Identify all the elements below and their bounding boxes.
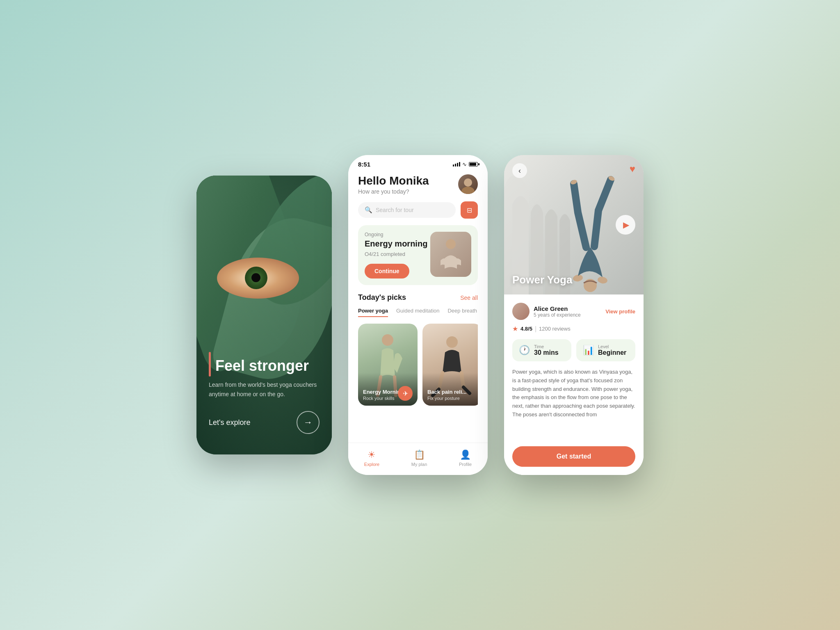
picks-grid: Energy Morning Rock your skills ✈ (358, 324, 478, 406)
bottom-nav: ☀ Explore 📋 My plan 👤 Profile (348, 443, 488, 475)
svg-point-3 (382, 334, 393, 346)
paper-plane-icon: ✈ (403, 390, 408, 397)
chevron-left-icon: ‹ (518, 167, 521, 175)
instructor-name: Alice Green (534, 305, 581, 312)
status-icons: ∿ (453, 161, 478, 167)
tab-deep-breath[interactable]: Deep breath (447, 308, 477, 317)
hero-title: Power Yoga (512, 274, 572, 286)
phone2-header: Hello Monika How are you today? (348, 171, 488, 201)
svg-point-2 (446, 239, 456, 249)
rating-row: ★ 4.8/5 | 1200 reviews (512, 325, 635, 333)
svg-point-8 (597, 276, 608, 284)
instructor-exp: 5 years of experience (534, 312, 581, 318)
nav-profile-label: Profile (459, 462, 472, 467)
play-button[interactable]: ▶ (616, 215, 635, 235)
lets-explore-text: Let's explore (209, 418, 251, 427)
instructor-avatar (512, 303, 530, 320)
phone-2: 8:51 ∿ He (348, 155, 488, 475)
time-stat: 🕐 Time 30 mins (512, 339, 571, 361)
filter-button[interactable]: ⊟ (461, 201, 478, 219)
meditation-svg (434, 236, 467, 273)
nav-explore[interactable]: ☀ Explore (364, 450, 379, 467)
search-row: 🔍 Search for tour ⊟ (348, 201, 488, 225)
back-button[interactable]: ‹ (512, 163, 527, 178)
avatar-svg (458, 174, 478, 194)
ongoing-image (430, 232, 471, 277)
phone1-subtitle: Learn from the world's best yoga coucher… (209, 380, 320, 399)
ongoing-title: Energy morning (365, 239, 427, 249)
time-value: 30 mins (534, 349, 559, 356)
search-placeholder: Search for tour (376, 207, 414, 213)
hero-image: ‹ ♥ ▶ Power Yoga (504, 155, 644, 294)
level-stat: 📊 Level Beginner (576, 339, 635, 361)
explore-button[interactable]: → (297, 411, 320, 434)
star-icon: ★ (512, 325, 518, 333)
status-time: 8:51 (358, 161, 370, 168)
pick-card-2-title: Back pain reli... (427, 389, 477, 395)
level-label: Level (598, 344, 626, 349)
profile-icon: 👤 (460, 450, 471, 460)
play-icon: ▶ (623, 220, 629, 230)
ongoing-progress: O4/21 completed (365, 251, 427, 257)
battery-icon (469, 162, 478, 167)
pick-card-1[interactable]: Energy Morning Rock your skills ✈ (358, 324, 418, 406)
detail-content: Alice Green 5 years of experience View p… (504, 294, 644, 475)
greeting-name: Hello Monika (358, 174, 429, 187)
phone-1: Feel stronger Learn from the world's bes… (196, 176, 332, 454)
nav-explore-label: Explore (364, 462, 379, 467)
picks-tabs: Power yoga Guided meditation Deep breath… (358, 308, 478, 317)
time-label: Time (534, 344, 559, 349)
status-bar: 8:51 ∿ (348, 155, 488, 171)
picks-title: Today's picks (358, 293, 406, 302)
picks-section: Today's picks See all Power yoga Guided … (348, 293, 488, 406)
description-text: Power yoga, which is also known as Vinya… (512, 368, 635, 440)
svg-point-4 (446, 336, 458, 348)
stats-row: 🕐 Time 30 mins 📊 Level Beginner (512, 339, 635, 361)
phone-3: ‹ ♥ ▶ Power Yoga Alice Green 5 (504, 155, 644, 475)
explore-icon: ☀ (368, 450, 376, 460)
svg-point-7 (573, 274, 583, 282)
pick-card-2[interactable]: Back pain reli... Fix your posture (422, 324, 478, 406)
nav-profile[interactable]: 👤 Profile (459, 450, 472, 467)
arrow-right-icon: → (304, 417, 313, 428)
greeting-sub: How are you today? (358, 188, 429, 195)
nav-myplan[interactable]: 📋 My plan (411, 450, 427, 467)
see-all-button[interactable]: See all (460, 294, 478, 301)
level-value: Beginner (598, 349, 626, 356)
get-started-button[interactable]: Get started (512, 446, 635, 467)
instructor-row: Alice Green 5 years of experience View p… (512, 303, 635, 320)
svg-point-1 (461, 187, 475, 194)
myplan-icon: 📋 (414, 450, 425, 460)
search-icon: 🔍 (365, 206, 372, 214)
clock-icon: 🕐 (519, 345, 530, 356)
rating-score: 4.8/5 (520, 326, 532, 332)
pick-card-2-sub: Fix your posture (427, 396, 477, 401)
filter-icon: ⊟ (467, 206, 472, 214)
wifi-icon: ∿ (462, 161, 467, 167)
tab-guided-meditation[interactable]: Guided meditation (396, 308, 440, 317)
heart-icon: ♥ (630, 163, 635, 174)
ongoing-label: Ongoing (365, 232, 427, 237)
phone1-title: Feel stronger (215, 358, 320, 374)
search-box[interactable]: 🔍 Search for tour (358, 202, 456, 218)
svg-point-0 (464, 178, 472, 187)
level-icon: 📊 (583, 345, 594, 356)
tab-power-yoga[interactable]: Power yoga (358, 308, 388, 317)
nav-myplan-label: My plan (411, 462, 427, 467)
reviews-count: 1200 reviews (539, 326, 571, 332)
ongoing-card: Ongoing Energy morning O4/21 completed C… (358, 225, 478, 285)
favorite-button[interactable]: ♥ (630, 163, 635, 175)
user-avatar[interactable] (458, 174, 478, 194)
instructor-info: Alice Green 5 years of experience (512, 303, 581, 320)
continue-button[interactable]: Continue (365, 264, 409, 278)
view-profile-button[interactable]: View profile (605, 308, 635, 315)
pick-card-1-btn[interactable]: ✈ (398, 386, 413, 401)
